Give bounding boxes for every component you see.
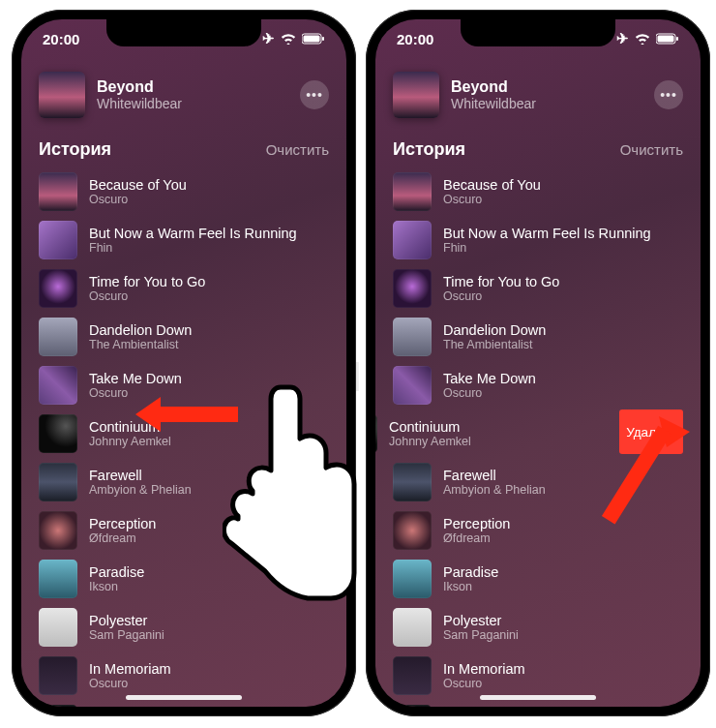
status-right: ✈ <box>262 30 325 47</box>
history-row[interactable]: PolyesterSam Paganini <box>393 603 701 652</box>
track-art <box>393 560 432 598</box>
history-header: История Очистить <box>21 134 346 167</box>
screen-right: 20:00 ✈ Beyond Whitewildbear ••• Исто <box>375 19 701 707</box>
track-artist: Sam Paganini <box>89 628 329 642</box>
more-button[interactable]: ••• <box>654 80 683 109</box>
history-row[interactable]: MaeraSublab & Azaleh <box>39 700 346 707</box>
now-playing-art <box>39 72 85 118</box>
track-text: PolyesterSam Paganini <box>89 613 329 642</box>
history-title: История <box>39 139 111 160</box>
track-artist: Oscuro <box>443 386 683 400</box>
notch <box>461 19 615 46</box>
track-art <box>393 705 432 707</box>
track-text: Dandelion DownThe Ambientalist <box>89 322 329 351</box>
track-art <box>393 463 432 501</box>
status-right: ✈ <box>616 30 679 47</box>
track-title: Dandelion Down <box>443 322 683 338</box>
track-title: Time for You to Go <box>89 274 329 289</box>
track-title: But Now a Warm Feel Is Running <box>443 226 683 241</box>
home-indicator[interactable] <box>480 695 596 700</box>
track-title: Time for You to Go <box>443 274 683 289</box>
track-title: Paradise <box>443 564 683 580</box>
history-row[interactable]: MaeraSublab & Azaleh <box>393 700 701 707</box>
more-button[interactable]: ••• <box>300 80 329 109</box>
track-art <box>39 414 77 453</box>
track-artist: Oscuro <box>443 289 683 303</box>
track-art <box>375 414 377 453</box>
now-playing[interactable]: Beyond Whitewildbear ••• <box>21 58 346 134</box>
status-time: 20:00 <box>43 31 79 47</box>
ellipsis-icon: ••• <box>660 87 677 103</box>
track-text: Time for You to GoOscuro <box>89 274 329 303</box>
history-row[interactable]: But Now a Warm Feel Is RunningFhin <box>393 216 701 264</box>
history-title: История <box>393 139 465 160</box>
track-text: But Now a Warm Feel Is RunningFhin <box>89 226 329 255</box>
svg-rect-2 <box>322 37 324 41</box>
track-art <box>39 221 77 259</box>
airplane-mode-icon: ✈ <box>616 30 629 47</box>
track-artist: Oscuro <box>443 193 683 206</box>
history-row[interactable]: In MemoriamOscuro <box>39 652 346 700</box>
track-art <box>39 366 77 405</box>
track-artist: Fhin <box>443 241 683 255</box>
clear-history-button[interactable]: Очистить <box>620 141 683 158</box>
home-indicator[interactable] <box>126 695 242 700</box>
history-row[interactable]: But Now a Warm Feel Is RunningFhin <box>39 216 346 264</box>
svg-rect-4 <box>658 36 674 43</box>
history-row[interactable]: Because of YouOscuro <box>393 167 701 216</box>
now-playing-text: Beyond Whitewildbear <box>97 78 288 111</box>
airplane-mode-icon: ✈ <box>262 30 275 47</box>
comparison-stage: Яблык 20:00 ✈ Beyond Whitewildbear <box>0 0 716 728</box>
track-title: In Memoriam <box>89 661 329 677</box>
track-art <box>393 269 432 308</box>
track-art <box>39 511 77 550</box>
history-row[interactable]: PolyesterSam Paganini <box>39 603 346 652</box>
now-playing-title: Beyond <box>451 78 642 96</box>
track-art <box>39 318 77 356</box>
track-artist: Sam Paganini <box>443 628 683 642</box>
history-row[interactable]: In MemoriamOscuro <box>393 652 701 700</box>
track-art <box>39 269 77 308</box>
history-row[interactable]: Dandelion DownThe Ambientalist <box>393 313 701 361</box>
track-text: But Now a Warm Feel Is RunningFhin <box>443 226 683 255</box>
delete-arrow-icon <box>585 416 692 542</box>
track-title: Polyester <box>89 613 329 628</box>
track-artist: Oscuro <box>89 193 329 206</box>
track-art <box>393 318 432 356</box>
track-text: Because of YouOscuro <box>89 177 329 206</box>
track-artist: The Ambientalist <box>443 338 683 351</box>
track-art <box>39 463 77 501</box>
track-art <box>39 705 77 707</box>
track-title: Because of You <box>89 177 329 193</box>
svg-rect-7 <box>602 426 671 525</box>
track-artist: Fhin <box>89 241 329 255</box>
track-title: In Memoriam <box>443 661 683 677</box>
track-text: Because of YouOscuro <box>443 177 683 206</box>
track-artist: The Ambientalist <box>89 338 329 351</box>
pointing-hand-icon <box>223 378 358 610</box>
track-art <box>393 172 432 211</box>
now-playing-artist: Whitewildbear <box>97 96 288 111</box>
now-playing-artist: Whitewildbear <box>451 96 642 111</box>
track-art <box>393 656 432 695</box>
track-artist: Oscuro <box>89 677 329 690</box>
now-playing-art <box>393 72 439 118</box>
track-artist: Oscuro <box>443 677 683 690</box>
status-time: 20:00 <box>397 31 433 47</box>
history-row[interactable]: Take Me DownOscuro <box>393 361 701 410</box>
history-row[interactable]: Because of YouOscuro <box>39 167 346 216</box>
history-row[interactable]: Time for You to GoOscuro <box>39 264 346 313</box>
history-row[interactable]: Time for You to GoOscuro <box>393 264 701 313</box>
history-header: История Очистить <box>375 134 701 167</box>
history-row[interactable]: Dandelion DownThe Ambientalist <box>39 313 346 361</box>
history-row[interactable]: ParadiseIkson <box>393 555 701 603</box>
clear-history-button[interactable]: Очистить <box>266 141 329 158</box>
notch <box>106 19 261 46</box>
track-art <box>39 560 77 598</box>
battery-icon <box>302 33 325 45</box>
track-text: Time for You to GoOscuro <box>443 274 683 303</box>
track-text: Dandelion DownThe Ambientalist <box>443 322 683 351</box>
now-playing[interactable]: Beyond Whitewildbear ••• <box>375 58 701 134</box>
track-art <box>39 608 77 647</box>
track-art <box>39 656 77 695</box>
